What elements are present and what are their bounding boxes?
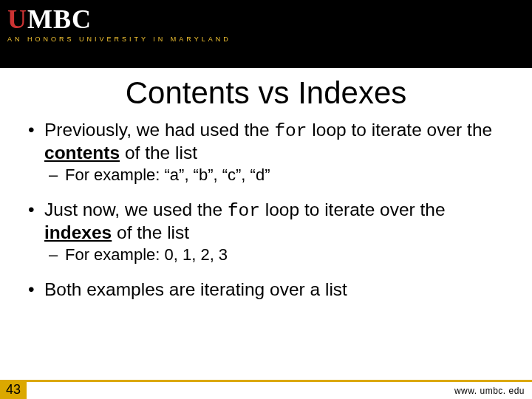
sub-bullet-text: For example: “a”, “b”, “c”, “d”	[65, 166, 270, 184]
bullet-text: Both examples are iterating over a list	[44, 279, 347, 299]
slide-title: Contents vs Indexes	[0, 75, 532, 111]
bullet-text: Just now, we used the	[44, 200, 228, 219]
sub-bullet-text: For example: 0, 1, 2, 3	[65, 245, 228, 264]
code-span: for	[274, 121, 307, 141]
bullet-item: Just now, we used the for loop to iterat…	[31, 200, 511, 244]
slide-body: Previously, we had used the for loop to …	[0, 120, 532, 300]
bullet-text: loop to iterate over the	[307, 120, 493, 140]
sub-bullet-item: For example: 0, 1, 2, 3	[31, 245, 511, 265]
logo-tagline: AN HONORS UNIVERSITY IN MARYLAND	[7, 35, 532, 43]
logo: UMBC	[7, 6, 532, 33]
footer: 43 www. umbc. edu	[0, 380, 532, 399]
bullet-item: Both examples are iterating over a list	[31, 279, 511, 301]
sub-bullet-item: For example: “a”, “b”, “c”, “d”	[31, 166, 511, 185]
code-span: for	[228, 201, 260, 221]
emphasis: contents	[44, 143, 120, 163]
logo-letter-b: B	[53, 6, 70, 33]
bullet-item: Previously, we had used the for loop to …	[31, 120, 511, 164]
page-number: 43	[0, 380, 27, 399]
bullet-text: of the list	[120, 143, 197, 163]
bullet-text: loop to iterate over the	[260, 200, 446, 219]
logo-letter-u: U	[7, 6, 26, 33]
emphasis: indexes	[44, 222, 112, 242]
footer-url: www. umbc. edu	[454, 386, 525, 396]
bullet-text: of the list	[112, 222, 189, 242]
header-band: UMBC AN HONORS UNIVERSITY IN MARYLAND	[0, 0, 532, 68]
logo-letter-m: M	[27, 6, 52, 33]
bullet-text: Previously, we had used the	[44, 120, 274, 140]
logo-letter-c: C	[72, 6, 90, 33]
